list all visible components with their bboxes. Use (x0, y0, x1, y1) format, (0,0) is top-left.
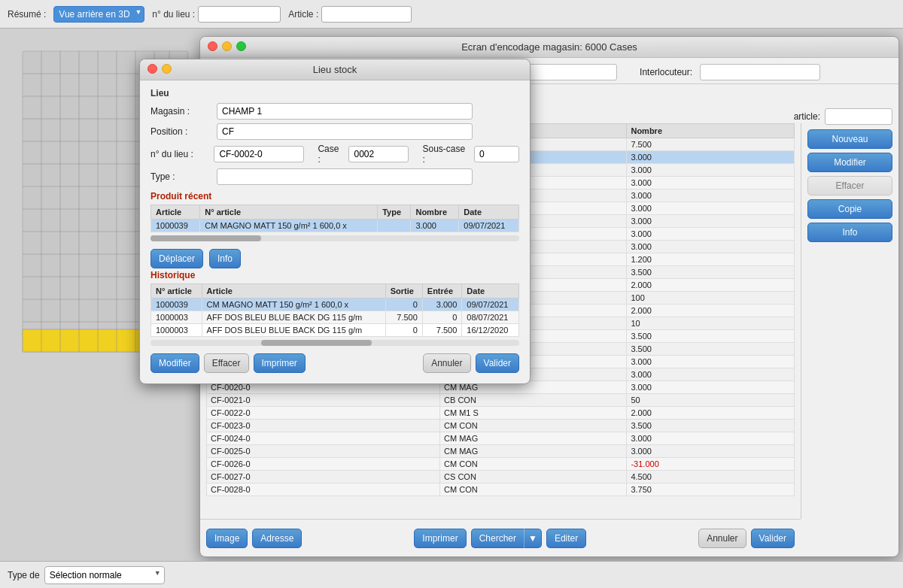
inner-ndu-row: n° du lieu : Case : Sous-case : (150, 144, 519, 165)
nombre-cell: 3.500 (627, 330, 795, 343)
article-label: Article : (288, 9, 318, 20)
table-row[interactable]: CF-0021-0 CB CON 50 (207, 394, 795, 407)
type-de-label: Type de (8, 570, 40, 580)
inner-magasin-row: Magasin : (150, 103, 519, 120)
chercher-dropdown-button[interactable]: ▼ (524, 529, 542, 548)
lieu-cell: CF-0026-0 (207, 458, 440, 471)
nombre-cell: 50 (627, 394, 795, 407)
table-row[interactable]: CF-0025-0 CM MAG 3.000 (207, 445, 795, 458)
nombre-cell: 3.000 (627, 356, 795, 368)
minimize-button[interactable] (222, 41, 232, 51)
table-row[interactable]: CF-0023-0 CM CON 3.500 (207, 420, 795, 432)
type-de-select[interactable]: Sélection normale (44, 566, 165, 584)
inner-type-input[interactable] (217, 168, 473, 185)
outer-bottom-buttons: Image Adresse Imprimer Chercher ▼ Editer… (200, 519, 801, 556)
inner-modal: Lieu stock Lieu Magasin : Position : n° … (139, 59, 531, 384)
valider-outer-button[interactable]: Valider (751, 529, 795, 548)
hist-scrollbar[interactable] (150, 340, 519, 346)
effacer-button[interactable]: Effacer (807, 176, 892, 195)
produit-scrollbar[interactable] (150, 235, 519, 241)
table-row[interactable]: CF-0028-0 CM CON 3.750 (207, 483, 795, 496)
article-cell: CM CON (440, 458, 627, 471)
inner-case-input[interactable] (348, 146, 409, 162)
modal-valider-button[interactable]: Valider (476, 353, 519, 373)
annuler-outer-button[interactable]: Annuler (698, 529, 746, 548)
image-button[interactable]: Image (206, 529, 248, 548)
hist-row[interactable]: 1000039 CM MAGNO MATT 150 g/m² 1 600,0 x… (151, 299, 519, 311)
lieu-cell: CF-0028-0 (207, 483, 440, 496)
lieu-section-label: Lieu (150, 88, 519, 99)
nouveau-button[interactable]: Nouveau (807, 129, 892, 149)
inner-traffic-lights (147, 64, 172, 74)
inner-close-button[interactable] (147, 64, 157, 74)
modal-annuler-button[interactable]: Annuler (423, 353, 470, 373)
table-row[interactable]: CF-0026-0 CM CON -31.000 (207, 458, 795, 471)
inner-magasin-input[interactable] (217, 103, 473, 120)
top-toolbar: Résumé : Vue arrière en 3D n° du lieu : … (0, 0, 903, 29)
lieu-section: Lieu Magasin : Position : n° du lieu : C… (150, 88, 519, 185)
nombre-cell: 3.000 (627, 189, 795, 202)
resume-select-wrapper[interactable]: Vue arrière en 3D (53, 6, 144, 23)
inner-ndu-input[interactable] (214, 146, 304, 162)
chercher-button[interactable]: Chercher (471, 529, 524, 548)
outer-window-title: Ecran d'encodage magasin: 6000 Cases (461, 41, 637, 53)
h-sortie-cell: 0 (385, 324, 422, 337)
article-cell: CM MAG (440, 445, 627, 458)
inner-magasin-label: Magasin : (150, 106, 211, 117)
h-sortie-cell: 7.500 (385, 311, 422, 324)
resume-select[interactable]: Vue arrière en 3D (53, 6, 144, 23)
imprimer-outer-button[interactable]: Imprimer (414, 529, 466, 548)
h-narticle-cell: 1000039 (151, 299, 202, 311)
p-nombre-cell: 3.000 (411, 220, 459, 232)
nombre-cell: 3.000 (627, 151, 795, 164)
bottom-toolbar: Type de Sélection normale (0, 561, 903, 588)
article-cell: CM CON (440, 483, 627, 496)
p-article-cell: 1000039 (151, 220, 200, 232)
modal-imprimer-button[interactable]: Imprimer (254, 353, 306, 373)
article-input[interactable] (321, 6, 412, 23)
canvas-area: Ecran d'encodage magasin: 6000 Cases Mag… (0, 29, 903, 561)
info-button[interactable]: Info (209, 249, 241, 268)
col-nombre-header[interactable]: Nombre (627, 124, 795, 138)
h-date-cell: 09/07/2021 (462, 299, 519, 311)
outer-article-input[interactable] (825, 108, 892, 125)
hist-col-entree: Entrée (422, 284, 462, 299)
copie-button[interactable]: Copie (807, 199, 892, 219)
produit-row[interactable]: 1000039 CM MAGNO MATT 150 g/m² 1 600,0 x… (151, 220, 519, 232)
lieu-cell: CF-0022-0 (207, 407, 440, 420)
table-row[interactable]: CF-0024-0 CM MAG 3.000 (207, 432, 795, 445)
editer-button[interactable]: Editer (546, 529, 586, 548)
right-buttons-panel: Nouveau Modifier Effacer Copie Info (801, 123, 898, 519)
hist-col-narticle: N° article (151, 284, 202, 299)
ndu-lieu-input[interactable] (198, 6, 281, 23)
hist-row[interactable]: 1000003 AFF DOS BLEU BLUE BACK DG 115 g/… (151, 311, 519, 324)
inner-souscase-input[interactable] (474, 146, 519, 162)
adresse-button[interactable]: Adresse (252, 529, 302, 548)
inner-minimize-button[interactable] (162, 64, 172, 74)
modifier-button[interactable]: Modifier (807, 153, 892, 172)
type-de-select-wrapper[interactable]: Sélection normale (44, 566, 165, 584)
inner-titlebar: Lieu stock (140, 59, 530, 80)
deplacer-button[interactable]: Déplacer (150, 249, 203, 268)
interlocuteur-value (700, 64, 820, 80)
hist-row[interactable]: 1000003 AFF DOS BLEU BLUE BACK DG 115 g/… (151, 324, 519, 337)
h-article-cell: CM MAGNO MATT 150 g/m² 1 600,0 x (202, 299, 385, 311)
modal-effacer-button[interactable]: Effacer (204, 353, 249, 373)
nombre-cell: 2.000 (627, 279, 795, 292)
outer-info-button[interactable]: Info (807, 223, 892, 242)
h-date-cell: 16/12/2020 (462, 324, 519, 337)
inner-position-row: Position : (150, 123, 519, 140)
nombre-cell: 3.500 (627, 266, 795, 279)
inner-position-input[interactable] (217, 123, 473, 140)
modal-modifier-button[interactable]: Modifier (150, 353, 199, 373)
outer-traffic-lights (208, 41, 246, 51)
table-row[interactable]: CF-0027-0 CS CON 4.500 (207, 471, 795, 483)
produit-recent-label: Produit récent (150, 191, 519, 202)
table-row[interactable]: CF-0022-0 CM M1 S 2.000 (207, 407, 795, 420)
close-button[interactable] (208, 41, 217, 51)
nombre-cell: 3.000 (627, 381, 795, 394)
h-narticle-cell: 1000003 (151, 324, 202, 337)
maximize-button[interactable] (236, 41, 246, 51)
modal-bottom-buttons: Modifier Effacer Imprimer Annuler Valide… (150, 350, 519, 376)
nombre-cell: 3.000 (627, 215, 795, 228)
